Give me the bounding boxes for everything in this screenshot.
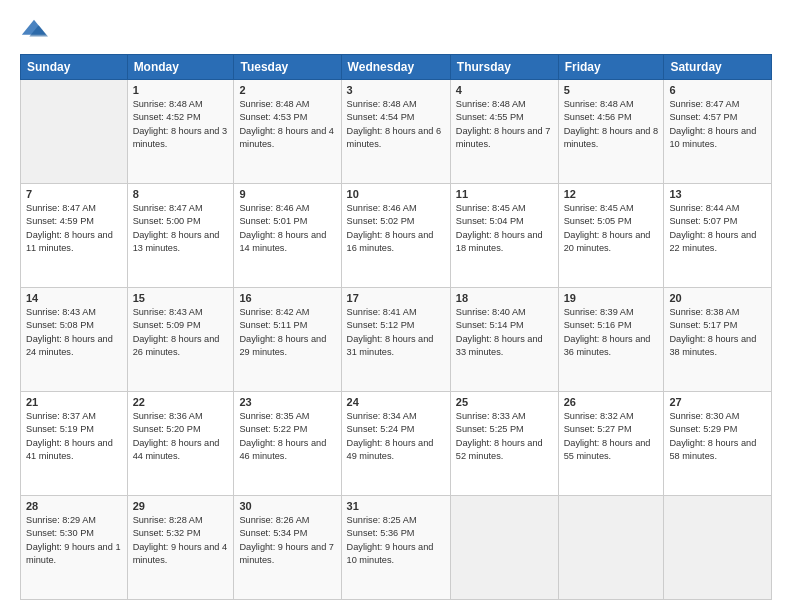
day-number: 17: [347, 292, 445, 304]
calendar-cell: 9Sunrise: 8:46 AMSunset: 5:01 PMDaylight…: [234, 184, 341, 288]
cell-info: Sunrise: 8:30 AMSunset: 5:29 PMDaylight:…: [669, 410, 766, 463]
day-number: 10: [347, 188, 445, 200]
cell-info: Sunrise: 8:47 AMSunset: 5:00 PMDaylight:…: [133, 202, 229, 255]
day-number: 16: [239, 292, 335, 304]
day-number: 12: [564, 188, 659, 200]
calendar-cell: 17Sunrise: 8:41 AMSunset: 5:12 PMDayligh…: [341, 288, 450, 392]
day-number: 1: [133, 84, 229, 96]
header-day-wednesday: Wednesday: [341, 55, 450, 80]
calendar-cell: [450, 496, 558, 600]
header-day-monday: Monday: [127, 55, 234, 80]
cell-info: Sunrise: 8:41 AMSunset: 5:12 PMDaylight:…: [347, 306, 445, 359]
calendar-cell: [664, 496, 772, 600]
day-number: 13: [669, 188, 766, 200]
week-row-3: 21Sunrise: 8:37 AMSunset: 5:19 PMDayligh…: [21, 392, 772, 496]
day-number: 27: [669, 396, 766, 408]
day-number: 21: [26, 396, 122, 408]
header-row: SundayMondayTuesdayWednesdayThursdayFrid…: [21, 55, 772, 80]
cell-info: Sunrise: 8:46 AMSunset: 5:01 PMDaylight:…: [239, 202, 335, 255]
calendar-cell: 15Sunrise: 8:43 AMSunset: 5:09 PMDayligh…: [127, 288, 234, 392]
day-number: 11: [456, 188, 553, 200]
cell-info: Sunrise: 8:29 AMSunset: 5:30 PMDaylight:…: [26, 514, 122, 567]
header: [20, 16, 772, 44]
calendar-cell: 1Sunrise: 8:48 AMSunset: 4:52 PMDaylight…: [127, 80, 234, 184]
calendar-cell: 16Sunrise: 8:42 AMSunset: 5:11 PMDayligh…: [234, 288, 341, 392]
day-number: 28: [26, 500, 122, 512]
cell-info: Sunrise: 8:37 AMSunset: 5:19 PMDaylight:…: [26, 410, 122, 463]
cell-info: Sunrise: 8:34 AMSunset: 5:24 PMDaylight:…: [347, 410, 445, 463]
cell-info: Sunrise: 8:26 AMSunset: 5:34 PMDaylight:…: [239, 514, 335, 567]
cell-info: Sunrise: 8:48 AMSunset: 4:54 PMDaylight:…: [347, 98, 445, 151]
calendar-cell: 21Sunrise: 8:37 AMSunset: 5:19 PMDayligh…: [21, 392, 128, 496]
calendar-cell: 24Sunrise: 8:34 AMSunset: 5:24 PMDayligh…: [341, 392, 450, 496]
calendar-cell: 23Sunrise: 8:35 AMSunset: 5:22 PMDayligh…: [234, 392, 341, 496]
cell-info: Sunrise: 8:45 AMSunset: 5:05 PMDaylight:…: [564, 202, 659, 255]
day-number: 5: [564, 84, 659, 96]
day-number: 9: [239, 188, 335, 200]
cell-info: Sunrise: 8:42 AMSunset: 5:11 PMDaylight:…: [239, 306, 335, 359]
calendar-cell: 5Sunrise: 8:48 AMSunset: 4:56 PMDaylight…: [558, 80, 664, 184]
calendar-cell: 26Sunrise: 8:32 AMSunset: 5:27 PMDayligh…: [558, 392, 664, 496]
calendar-cell: 2Sunrise: 8:48 AMSunset: 4:53 PMDaylight…: [234, 80, 341, 184]
calendar-cell: 28Sunrise: 8:29 AMSunset: 5:30 PMDayligh…: [21, 496, 128, 600]
calendar-cell: 18Sunrise: 8:40 AMSunset: 5:14 PMDayligh…: [450, 288, 558, 392]
day-number: 23: [239, 396, 335, 408]
calendar-cell: 31Sunrise: 8:25 AMSunset: 5:36 PMDayligh…: [341, 496, 450, 600]
day-number: 4: [456, 84, 553, 96]
week-row-4: 28Sunrise: 8:29 AMSunset: 5:30 PMDayligh…: [21, 496, 772, 600]
week-row-2: 14Sunrise: 8:43 AMSunset: 5:08 PMDayligh…: [21, 288, 772, 392]
cell-info: Sunrise: 8:48 AMSunset: 4:56 PMDaylight:…: [564, 98, 659, 151]
calendar-cell: 6Sunrise: 8:47 AMSunset: 4:57 PMDaylight…: [664, 80, 772, 184]
day-number: 31: [347, 500, 445, 512]
day-number: 20: [669, 292, 766, 304]
day-number: 30: [239, 500, 335, 512]
week-row-0: 1Sunrise: 8:48 AMSunset: 4:52 PMDaylight…: [21, 80, 772, 184]
calendar-cell: 4Sunrise: 8:48 AMSunset: 4:55 PMDaylight…: [450, 80, 558, 184]
cell-info: Sunrise: 8:48 AMSunset: 4:53 PMDaylight:…: [239, 98, 335, 151]
cell-info: Sunrise: 8:28 AMSunset: 5:32 PMDaylight:…: [133, 514, 229, 567]
cell-info: Sunrise: 8:43 AMSunset: 5:08 PMDaylight:…: [26, 306, 122, 359]
calendar-page: SundayMondayTuesdayWednesdayThursdayFrid…: [0, 0, 792, 612]
cell-info: Sunrise: 8:38 AMSunset: 5:17 PMDaylight:…: [669, 306, 766, 359]
calendar-cell: 19Sunrise: 8:39 AMSunset: 5:16 PMDayligh…: [558, 288, 664, 392]
header-day-thursday: Thursday: [450, 55, 558, 80]
cell-info: Sunrise: 8:40 AMSunset: 5:14 PMDaylight:…: [456, 306, 553, 359]
logo-icon: [20, 16, 48, 44]
logo: [20, 16, 52, 44]
cell-info: Sunrise: 8:39 AMSunset: 5:16 PMDaylight:…: [564, 306, 659, 359]
day-number: 2: [239, 84, 335, 96]
header-day-sunday: Sunday: [21, 55, 128, 80]
day-number: 25: [456, 396, 553, 408]
calendar-cell: 22Sunrise: 8:36 AMSunset: 5:20 PMDayligh…: [127, 392, 234, 496]
calendar-cell: 7Sunrise: 8:47 AMSunset: 4:59 PMDaylight…: [21, 184, 128, 288]
day-number: 6: [669, 84, 766, 96]
day-number: 15: [133, 292, 229, 304]
cell-info: Sunrise: 8:33 AMSunset: 5:25 PMDaylight:…: [456, 410, 553, 463]
cell-info: Sunrise: 8:47 AMSunset: 4:59 PMDaylight:…: [26, 202, 122, 255]
cell-info: Sunrise: 8:44 AMSunset: 5:07 PMDaylight:…: [669, 202, 766, 255]
calendar-cell: [558, 496, 664, 600]
day-number: 22: [133, 396, 229, 408]
calendar-cell: 20Sunrise: 8:38 AMSunset: 5:17 PMDayligh…: [664, 288, 772, 392]
day-number: 14: [26, 292, 122, 304]
cell-info: Sunrise: 8:45 AMSunset: 5:04 PMDaylight:…: [456, 202, 553, 255]
day-number: 8: [133, 188, 229, 200]
calendar-cell: 8Sunrise: 8:47 AMSunset: 5:00 PMDaylight…: [127, 184, 234, 288]
week-row-1: 7Sunrise: 8:47 AMSunset: 4:59 PMDaylight…: [21, 184, 772, 288]
cell-info: Sunrise: 8:48 AMSunset: 4:52 PMDaylight:…: [133, 98, 229, 151]
header-day-friday: Friday: [558, 55, 664, 80]
calendar-cell: 12Sunrise: 8:45 AMSunset: 5:05 PMDayligh…: [558, 184, 664, 288]
day-number: 19: [564, 292, 659, 304]
cell-info: Sunrise: 8:35 AMSunset: 5:22 PMDaylight:…: [239, 410, 335, 463]
cell-info: Sunrise: 8:25 AMSunset: 5:36 PMDaylight:…: [347, 514, 445, 567]
cell-info: Sunrise: 8:46 AMSunset: 5:02 PMDaylight:…: [347, 202, 445, 255]
calendar-cell: 3Sunrise: 8:48 AMSunset: 4:54 PMDaylight…: [341, 80, 450, 184]
day-number: 29: [133, 500, 229, 512]
header-day-saturday: Saturday: [664, 55, 772, 80]
calendar-table: SundayMondayTuesdayWednesdayThursdayFrid…: [20, 54, 772, 600]
day-number: 24: [347, 396, 445, 408]
calendar-cell: 25Sunrise: 8:33 AMSunset: 5:25 PMDayligh…: [450, 392, 558, 496]
calendar-cell: 11Sunrise: 8:45 AMSunset: 5:04 PMDayligh…: [450, 184, 558, 288]
cell-info: Sunrise: 8:36 AMSunset: 5:20 PMDaylight:…: [133, 410, 229, 463]
header-day-tuesday: Tuesday: [234, 55, 341, 80]
